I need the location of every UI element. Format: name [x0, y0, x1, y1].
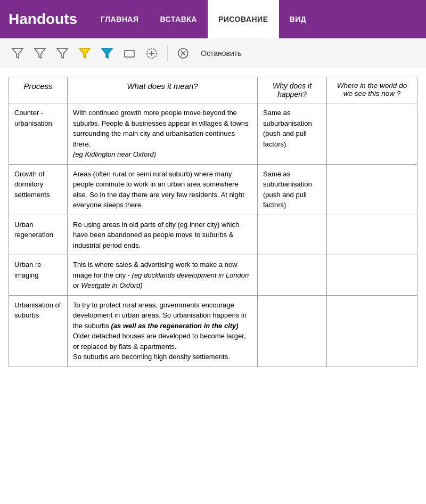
cell-where-1 [327, 103, 417, 165]
cell-where-3 [327, 215, 417, 255]
cell-where-5 [327, 295, 417, 367]
col-header-meaning: What does it mean? [68, 77, 258, 103]
nav-bar: ГЛАВНАЯ ВСТАВКА РИСОВАНИЕ ВИД [90, 0, 317, 38]
cell-process-4: Urban re-imaging [9, 255, 68, 296]
eraser-icon[interactable] [174, 44, 192, 62]
toolbar: Остановить [0, 38, 426, 68]
col-header-process: Process [9, 77, 68, 103]
meaning-italic-4: (eg docklands development in London or W… [73, 271, 249, 290]
col-header-why: Why does it happen? [258, 77, 327, 103]
svg-marker-1 [35, 48, 45, 58]
cell-why-1: Same as suburbanisation (push and pull f… [258, 103, 327, 165]
cell-meaning-4: This is where sales & advertising work t… [68, 255, 258, 296]
svg-marker-2 [57, 48, 68, 58]
table-row: Urban regeneration Re-using areas in old… [9, 215, 417, 255]
filter-icon-4[interactable] [76, 44, 94, 62]
cell-why-5 [258, 295, 327, 367]
meaning-italic-5: (as well as the regeneration in the city… [111, 322, 239, 330]
table-row: Counter - urbanisation With continued gr… [9, 103, 417, 165]
svg-rect-5 [125, 51, 134, 57]
app-title: Handouts [9, 11, 77, 28]
rectangle-icon[interactable] [120, 44, 138, 62]
cell-why-2: Same as suburbanisation (push and pull f… [258, 164, 327, 215]
add-circle-icon[interactable] [143, 44, 161, 62]
nav-item-drawing[interactable]: РИСОВАНИЕ [208, 0, 279, 38]
content-table: Process What does it mean? Why does it h… [9, 77, 417, 367]
stop-label: Остановить [201, 49, 241, 58]
nav-item-home[interactable]: ГЛАВНАЯ [90, 0, 149, 38]
table-container: Process What does it mean? Why does it h… [0, 68, 426, 376]
toolbar-separator [167, 46, 168, 61]
cell-where-4 [327, 255, 417, 296]
svg-marker-4 [102, 48, 112, 58]
table-row: Urban re-imaging This is where sales & a… [9, 255, 417, 296]
cell-why-3 [258, 215, 327, 255]
cell-process-2: Growth of dormitory settlements [9, 164, 68, 215]
cell-meaning-5: To try to protect rural areas, governmen… [68, 295, 258, 367]
cell-meaning-1: With continued growth more people move b… [68, 103, 258, 165]
filter-icon-5[interactable] [98, 44, 116, 62]
meaning-italic-1: (eg Kidlington near Oxford) [73, 150, 156, 158]
table-row: Growth of dormitory settlements Areas (o… [9, 164, 417, 215]
svg-marker-0 [12, 48, 23, 58]
filter-icon-1[interactable] [9, 44, 27, 62]
cell-process-1: Counter - urbanisation [9, 103, 68, 165]
table-row: Urbanisation of suburbs To try to protec… [9, 295, 417, 367]
cell-process-3: Urban regeneration [9, 215, 68, 255]
cell-meaning-3: Re-using areas in old parts of city (eg … [68, 215, 258, 255]
cell-where-2 [327, 164, 417, 215]
header: Handouts ГЛАВНАЯ ВСТАВКА РИСОВАНИЕ ВИД [0, 0, 426, 38]
cell-why-4 [258, 255, 327, 296]
nav-item-view[interactable]: ВИД [279, 0, 317, 38]
nav-item-insert[interactable]: ВСТАВКА [150, 0, 208, 38]
filter-icon-3[interactable] [53, 44, 71, 62]
filter-icon-2[interactable] [31, 44, 49, 62]
stop-button[interactable]: Остановить [196, 47, 245, 60]
svg-marker-3 [79, 48, 90, 58]
table-header-row: Process What does it mean? Why does it h… [9, 77, 417, 103]
col-header-where: Where in the world do we see this now ? [327, 77, 417, 103]
cell-meaning-2: Areas (often rural or semi rural suburb)… [68, 164, 258, 215]
cell-process-5: Urbanisation of suburbs [9, 295, 68, 367]
